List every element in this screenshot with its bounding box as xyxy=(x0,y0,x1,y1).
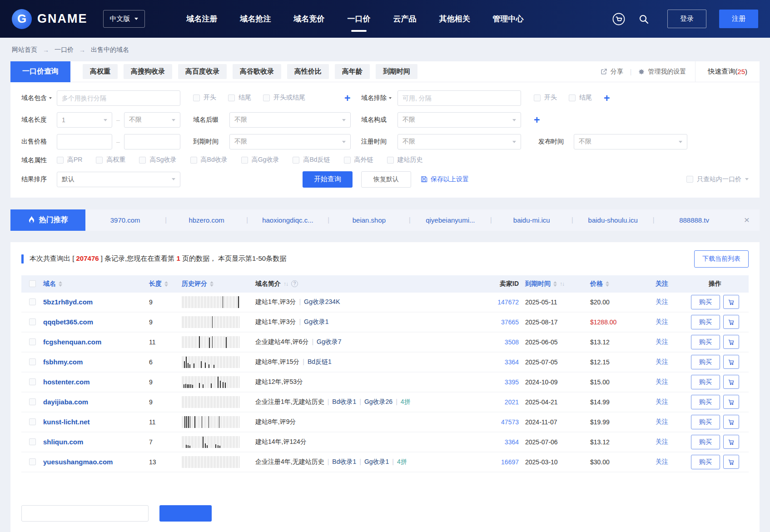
header-expire[interactable]: 到期时间↑↓ xyxy=(525,280,590,288)
add-to-cart-button[interactable] xyxy=(723,315,739,329)
checkbox-item[interactable]: 高PR xyxy=(57,156,82,164)
checkbox-box[interactable] xyxy=(241,157,248,164)
seller-id-link[interactable]: 3364 xyxy=(474,358,525,366)
domain-link[interactable]: fcgshenquan.com xyxy=(43,338,101,346)
add-exclude-icon[interactable]: + xyxy=(604,93,610,104)
breadcrumb-home[interactable]: 网站首页 xyxy=(12,46,37,54)
add-to-cart-button[interactable] xyxy=(723,415,739,429)
seller-id-link[interactable]: 16697 xyxy=(474,458,525,466)
sort-select[interactable]: 默认 xyxy=(57,172,180,187)
checkbox-box[interactable] xyxy=(344,157,351,164)
filter-tab[interactable]: 高谷歌收录 xyxy=(233,64,281,79)
sort-icon[interactable] xyxy=(164,281,168,287)
buy-button[interactable]: 购买 xyxy=(691,355,720,369)
seller-id-link[interactable]: 2021 xyxy=(474,398,525,406)
pubtime-select[interactable]: 不限 xyxy=(574,134,687,149)
filter-tab[interactable]: 到期时间 xyxy=(376,64,417,79)
swap-sort-icon[interactable]: ↑↓ xyxy=(283,281,288,287)
buy-button[interactable]: 购买 xyxy=(691,335,720,349)
row-checkbox[interactable] xyxy=(29,458,36,465)
checkbox-item[interactable]: 高Gg收录 xyxy=(241,156,279,164)
checkbox-item[interactable]: 高外链 xyxy=(344,156,373,164)
nav-item[interactable]: 管理中心 xyxy=(493,14,524,24)
filter-tab[interactable]: 高性价比 xyxy=(287,64,329,79)
row-checkbox[interactable] xyxy=(29,398,36,405)
sort-icon[interactable] xyxy=(606,281,609,287)
hot-domain-link[interactable]: baidu-mi.icu xyxy=(492,216,571,224)
quick-query-button[interactable]: 快速查询(25) xyxy=(695,61,760,82)
follow-link[interactable]: 关注 xyxy=(642,358,681,366)
help-icon[interactable]: ? xyxy=(291,280,298,287)
register-button[interactable]: 注册 xyxy=(719,10,758,28)
checkbox-box[interactable] xyxy=(139,157,146,164)
buy-button[interactable]: 购买 xyxy=(691,375,720,389)
checkbox-box[interactable] xyxy=(534,94,541,101)
add-to-cart-button[interactable] xyxy=(723,355,739,369)
follow-link[interactable]: 关注 xyxy=(642,378,681,386)
checkbox-item[interactable]: 高Bd反链 xyxy=(293,156,330,164)
follow-link[interactable]: 关注 xyxy=(642,318,681,326)
page-size-select[interactable] xyxy=(21,505,149,522)
buy-button[interactable]: 购买 xyxy=(691,415,720,429)
checkbox-item[interactable]: 开头 xyxy=(193,94,216,102)
language-switcher[interactable]: 中文版 xyxy=(103,10,145,28)
price-from-input[interactable] xyxy=(57,134,112,149)
checkbox-box[interactable] xyxy=(263,94,270,101)
nav-item[interactable]: 域名注册 xyxy=(187,14,218,24)
price-to-input[interactable] xyxy=(124,134,180,149)
follow-link[interactable]: 关注 xyxy=(642,458,681,466)
checkbox-box[interactable] xyxy=(686,176,693,183)
follow-link[interactable]: 关注 xyxy=(642,398,681,406)
exclude-label[interactable]: 域名排除 xyxy=(361,94,397,102)
seller-id-link[interactable]: 147672 xyxy=(474,298,525,306)
domain-link[interactable]: 5bz1rh8yd.com xyxy=(43,298,93,306)
checkbox-box[interactable] xyxy=(190,157,197,164)
only-onsite-checkbox[interactable]: 只查站内一口价 xyxy=(686,175,749,184)
header-price[interactable]: 价格 xyxy=(590,280,642,288)
checkbox-item[interactable]: 高权重 xyxy=(96,156,125,164)
filter-tab[interactable]: 高搜狗收录 xyxy=(124,64,172,79)
add-include-icon[interactable]: + xyxy=(344,93,350,104)
seller-id-link[interactable]: 3364 xyxy=(474,438,525,446)
follow-link[interactable]: 关注 xyxy=(642,438,681,446)
checkbox-box[interactable] xyxy=(228,94,235,101)
exclude-input[interactable] xyxy=(397,90,521,106)
seller-id-link[interactable]: 37665 xyxy=(474,318,525,326)
buy-button[interactable]: 购买 xyxy=(691,315,720,329)
header-length[interactable]: 长度 xyxy=(149,280,182,288)
row-checkbox[interactable] xyxy=(29,418,36,425)
add-to-cart-button[interactable] xyxy=(723,395,739,409)
row-checkbox[interactable] xyxy=(29,358,36,365)
add-to-cart-button[interactable] xyxy=(723,435,739,449)
follow-link[interactable]: 关注 xyxy=(642,338,681,346)
checkbox-item[interactable]: 开头 xyxy=(534,94,557,102)
domain-link[interactable]: kunst-licht.net xyxy=(43,418,90,426)
row-checkbox[interactable] xyxy=(29,438,36,445)
reset-defaults-button[interactable]: 恢复默认 xyxy=(361,171,411,188)
search-icon[interactable] xyxy=(638,14,649,25)
buy-button[interactable]: 购买 xyxy=(691,435,720,449)
login-button[interactable]: 登录 xyxy=(667,10,706,28)
breadcrumb-buy-now[interactable]: 一口价 xyxy=(55,46,74,54)
filter-tab[interactable]: 高年龄 xyxy=(335,64,370,79)
checkbox-item[interactable]: 建站历史 xyxy=(387,156,423,164)
filter-tab[interactable]: 一口价查询 xyxy=(10,61,70,82)
sort-icon[interactable] xyxy=(553,281,557,287)
add-to-cart-button[interactable] xyxy=(723,295,739,309)
header-intro[interactable]: 域名简介↑↓? xyxy=(255,280,474,288)
checkbox-box[interactable] xyxy=(57,157,64,164)
checkbox-box[interactable] xyxy=(96,157,103,164)
header-score[interactable]: 历史评分 xyxy=(182,280,255,288)
save-settings-link[interactable]: 保存以上设置 xyxy=(421,175,469,184)
length-from-select[interactable]: 1 xyxy=(57,112,112,128)
regtime-select[interactable]: 不限 xyxy=(397,134,521,149)
hot-domain-link[interactable]: 3970.com xyxy=(85,216,165,224)
domain-link[interactable]: dayijiaba.com xyxy=(43,398,88,406)
follow-link[interactable]: 关注 xyxy=(642,298,681,306)
seller-id-link[interactable]: 47573 xyxy=(474,418,525,426)
checkbox-item[interactable]: 结尾 xyxy=(228,94,251,102)
swap-sort-icon[interactable]: ↑↓ xyxy=(560,281,564,287)
add-compose-icon[interactable]: + xyxy=(534,115,540,125)
checkbox-box[interactable] xyxy=(293,157,299,164)
domain-link[interactable]: yuesushangmao.com xyxy=(43,458,113,466)
